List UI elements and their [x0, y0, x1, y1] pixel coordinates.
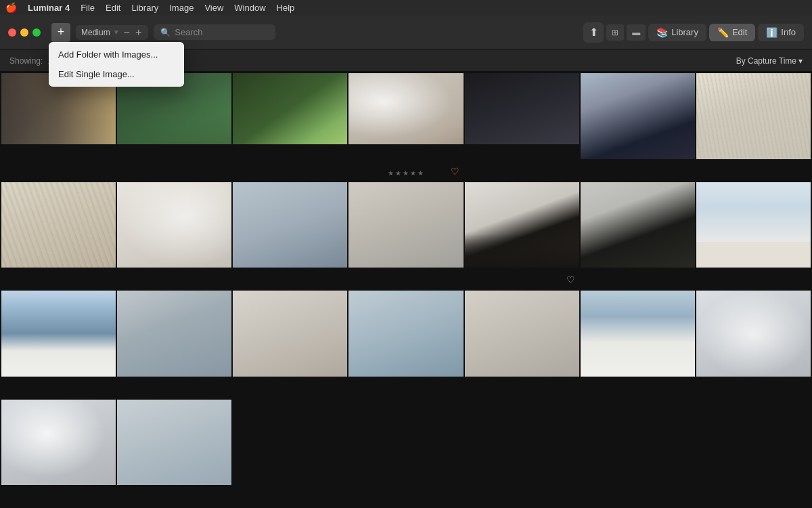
photo-cell[interactable]	[1, 291, 116, 398]
zoom-control: Medium ▼ − +	[76, 25, 148, 40]
photo-cell[interactable]: ★ ★ ★ ★ ★ ♡	[348, 73, 463, 181]
star-4-icon: ★	[410, 169, 416, 177]
window-menu[interactable]: Window	[234, 3, 265, 13]
fullscreen-button[interactable]	[32, 28, 41, 37]
photo-grid: ★ ★ ★ ★ ★ ♡	[0, 72, 812, 508]
edit-single-item[interactable]: Edit Single Image...	[49, 64, 184, 84]
library-label: Library	[671, 27, 698, 37]
add-button[interactable]: +	[51, 23, 70, 42]
grid-icon: ⊞	[612, 28, 618, 37]
star-5-icon: ★	[418, 169, 424, 177]
edit-label: Edit	[732, 27, 747, 37]
edit-mode-button[interactable]: ✏️ Edit	[709, 24, 755, 41]
showing-label: Showing:	[9, 56, 43, 66]
photo-cell[interactable]	[117, 291, 231, 398]
grid-view-button[interactable]: ⊞	[606, 24, 624, 41]
rating-stars: ★ ★ ★ ★ ★	[388, 169, 424, 177]
library-menu[interactable]: Library	[131, 3, 158, 13]
library-icon: 📚	[656, 27, 668, 38]
photo-cell[interactable]	[1, 182, 116, 290]
toolbar-right: ⬆ ⊞ ▬ 📚 Library ✏️ Edit ℹ️ Info	[583, 22, 804, 43]
single-view-button[interactable]: ▬	[627, 24, 646, 41]
apple-menu[interactable]: 🍎	[5, 2, 17, 13]
photo-cell[interactable]	[233, 291, 347, 398]
zoom-increase-button[interactable]: +	[134, 27, 143, 38]
photo-cell[interactable]	[1, 73, 116, 181]
photo-cell[interactable]	[465, 291, 579, 398]
library-mode-button[interactable]: 📚 Library	[648, 24, 706, 41]
zoom-label: Medium	[81, 28, 110, 37]
image-menu[interactable]: Image	[169, 3, 194, 13]
photo-cell[interactable]	[696, 182, 811, 290]
photo-cell[interactable]	[233, 73, 347, 181]
star-3-icon: ★	[403, 169, 409, 177]
share-icon: ⬆	[589, 26, 598, 39]
photo-cell[interactable]	[581, 73, 695, 181]
photo-cell[interactable]	[696, 291, 811, 398]
search-box[interactable]: 🔍	[154, 24, 275, 40]
menu-bar: 🍎 Luminar 4 File Edit Library Image View…	[0, 0, 812, 15]
minimize-button[interactable]	[20, 28, 28, 37]
info-label: Info	[781, 27, 796, 37]
file-menu[interactable]: File	[81, 3, 95, 13]
favorite-icon-2: ♡	[566, 274, 575, 285]
edit-menu[interactable]: Edit	[106, 3, 120, 13]
sort-chevron-icon: ▾	[798, 56, 803, 66]
photo-cell[interactable]: ♡	[465, 182, 579, 290]
photo-cell[interactable]	[581, 182, 695, 290]
search-icon: 🔍	[160, 28, 171, 37]
search-input[interactable]	[175, 27, 256, 37]
info-mode-button[interactable]: ℹ️ Info	[758, 24, 804, 41]
sort-value[interactable]: By Capture Time ▾	[736, 56, 803, 66]
photo-cell[interactable]	[581, 291, 695, 398]
view-menu[interactable]: View	[204, 3, 223, 13]
add-folder-item[interactable]: Add Folder with Images...	[49, 45, 184, 64]
share-button[interactable]: ⬆	[583, 22, 604, 43]
app-menu[interactable]: Luminar 4	[28, 3, 70, 13]
star-1-icon: ★	[388, 169, 394, 177]
photo-cell[interactable]	[465, 73, 579, 181]
info-icon: ℹ️	[766, 27, 777, 38]
photo-cell[interactable]	[1, 400, 116, 507]
single-icon: ▬	[632, 28, 640, 37]
photo-cell[interactable]	[348, 182, 463, 290]
photo-cell[interactable]	[117, 400, 231, 507]
edit-icon: ✏️	[717, 27, 729, 38]
photo-cell[interactable]	[348, 291, 463, 398]
help-menu[interactable]: Help	[277, 3, 295, 13]
zoom-decrease-button[interactable]: −	[122, 27, 131, 38]
photo-cell[interactable]	[233, 182, 347, 290]
star-2-icon: ★	[395, 169, 401, 177]
photo-cell[interactable]	[117, 182, 231, 290]
window-controls	[8, 28, 41, 37]
dropdown-menu: Add Folder with Images... Edit Single Im…	[49, 42, 184, 87]
close-button[interactable]	[8, 28, 16, 37]
favorite-icon: ♡	[451, 166, 459, 177]
photo-cell[interactable]	[117, 73, 231, 181]
photo-cell[interactable]	[696, 73, 811, 181]
